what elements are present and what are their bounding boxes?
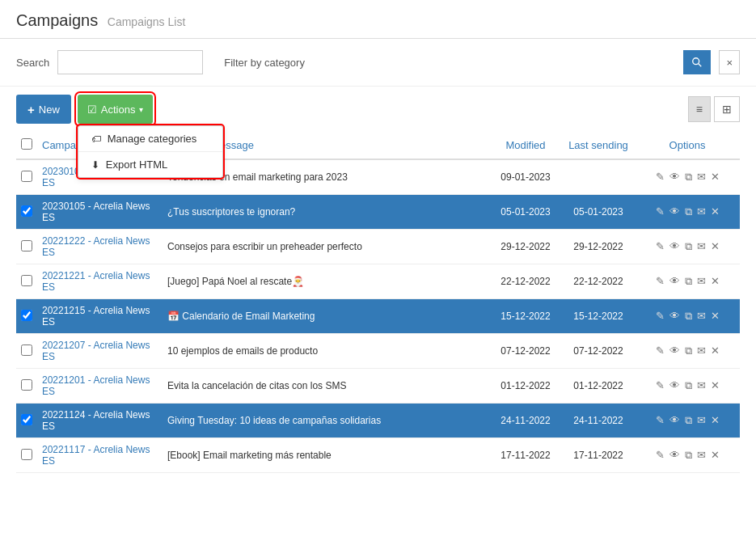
actions-dropdown-wrapper: ☑ Actions ▾ Manage categories Export HTM… bbox=[78, 95, 154, 124]
row-checkbox-cell bbox=[16, 369, 37, 404]
delete-button[interactable]: ✕ bbox=[708, 170, 722, 184]
campaign-link[interactable]: 20221201 - Acrelia News ES bbox=[42, 374, 150, 397]
select-all-checkbox[interactable] bbox=[21, 138, 32, 150]
copy-button[interactable]: ⧉ bbox=[682, 344, 695, 358]
campaign-link[interactable]: 20230105 - Acrelia News ES bbox=[42, 201, 150, 223]
delete-button[interactable]: ✕ bbox=[708, 344, 722, 357]
list-view-button[interactable]: ≡ bbox=[688, 96, 711, 122]
preview-button[interactable]: 👁 bbox=[667, 274, 682, 288]
preview-button[interactable]: 👁 bbox=[667, 170, 682, 184]
send-button[interactable]: ✉ bbox=[695, 344, 708, 357]
grid-view-button[interactable]: ⊞ bbox=[714, 96, 740, 122]
send-button[interactable]: ✉ bbox=[695, 413, 708, 427]
copy-button[interactable]: ⧉ bbox=[682, 274, 695, 289]
row-checkbox-cell bbox=[16, 195, 37, 230]
delete-button[interactable]: ✕ bbox=[708, 309, 722, 323]
send-button[interactable]: ✉ bbox=[695, 205, 708, 218]
edit-button[interactable]: ✎ bbox=[653, 239, 667, 253]
copy-button[interactable]: ⧉ bbox=[682, 205, 695, 219]
subject-cell: [Ebook] Email marketing más rentable bbox=[163, 438, 489, 473]
options-cell: ✎👁⧉✉✕ bbox=[635, 264, 740, 299]
campaigns-table-container: Campaign Subject / Message Modified Last… bbox=[0, 132, 756, 489]
copy-button[interactable]: ⧉ bbox=[682, 239, 695, 254]
edit-button[interactable]: ✎ bbox=[653, 309, 667, 323]
clear-search-button[interactable]: × bbox=[719, 50, 740, 74]
search-bar: Search Filter by category × bbox=[0, 39, 756, 87]
edit-button[interactable]: ✎ bbox=[653, 274, 667, 288]
row-checkbox[interactable] bbox=[21, 379, 32, 391]
search-button[interactable] bbox=[683, 50, 711, 74]
copy-button[interactable]: ⧉ bbox=[682, 309, 695, 323]
campaign-link[interactable]: 20221117 - Acrelia News ES bbox=[42, 444, 150, 467]
search-icon bbox=[691, 57, 703, 68]
delete-button[interactable]: ✕ bbox=[708, 205, 722, 218]
row-checkbox-cell bbox=[16, 404, 37, 438]
row-checkbox[interactable] bbox=[21, 414, 32, 425]
row-checkbox[interactable] bbox=[21, 240, 32, 251]
campaign-link[interactable]: 20221221 - Acrelia News ES bbox=[42, 270, 150, 293]
col-modified-header: Modified bbox=[489, 132, 562, 159]
edit-button[interactable]: ✎ bbox=[653, 344, 667, 357]
preview-button[interactable]: 👁 bbox=[667, 344, 682, 357]
modified-date-cell: 01-12-2022 bbox=[489, 369, 562, 404]
manage-categories-label: Manage categories bbox=[108, 133, 197, 145]
manage-categories-item[interactable]: Manage categories bbox=[78, 126, 222, 151]
preview-button[interactable]: 👁 bbox=[667, 448, 682, 462]
copy-button[interactable]: ⧉ bbox=[682, 378, 695, 393]
row-checkbox[interactable] bbox=[21, 344, 32, 356]
row-checkbox[interactable] bbox=[21, 171, 32, 182]
copy-button[interactable]: ⧉ bbox=[682, 448, 695, 463]
search-input[interactable] bbox=[57, 50, 203, 74]
row-checkbox[interactable] bbox=[21, 205, 32, 217]
send-button[interactable]: ✉ bbox=[695, 448, 708, 462]
page-header: Campaigns Campaigns List bbox=[0, 0, 756, 39]
edit-button[interactable]: ✎ bbox=[653, 378, 667, 392]
send-button[interactable]: ✉ bbox=[695, 239, 708, 253]
actions-button[interactable]: ☑ Actions ▾ bbox=[78, 95, 154, 124]
copy-button[interactable]: ⧉ bbox=[682, 413, 695, 428]
modified-date-cell: 09-01-2023 bbox=[489, 159, 562, 195]
select-all-header bbox=[16, 132, 37, 159]
row-checkbox[interactable] bbox=[21, 310, 32, 321]
delete-button[interactable]: ✕ bbox=[708, 274, 722, 288]
last-sending-cell: 01-12-2022 bbox=[562, 369, 635, 404]
new-button[interactable]: + New bbox=[16, 95, 71, 124]
preview-button[interactable]: 👁 bbox=[667, 413, 682, 427]
edit-button[interactable]: ✎ bbox=[653, 448, 667, 462]
row-checkbox[interactable] bbox=[21, 275, 32, 286]
row-checkbox-cell bbox=[16, 159, 37, 195]
edit-button[interactable]: ✎ bbox=[653, 413, 667, 427]
send-button[interactable]: ✉ bbox=[695, 309, 708, 323]
new-label: New bbox=[39, 104, 60, 116]
last-sending-cell: 05-01-2023 bbox=[562, 195, 635, 230]
preview-button[interactable]: 👁 bbox=[667, 378, 682, 392]
delete-button[interactable]: ✕ bbox=[708, 413, 722, 427]
send-button[interactable]: ✉ bbox=[695, 378, 708, 392]
send-button[interactable]: ✉ bbox=[695, 170, 708, 184]
campaign-link[interactable]: 20221222 - Acrelia News ES bbox=[42, 235, 150, 258]
options-cell: ✎👁⧉✉✕ bbox=[635, 404, 740, 438]
subject-cell: Consejos para escribir un preheader perf… bbox=[163, 230, 489, 264]
edit-button[interactable]: ✎ bbox=[653, 205, 667, 218]
preview-button[interactable]: 👁 bbox=[667, 205, 682, 218]
campaign-link[interactable]: 20221215 - Acrelia News ES bbox=[42, 305, 150, 328]
campaign-link[interactable]: 20221124 - Acrelia News ES bbox=[42, 409, 150, 432]
delete-button[interactable]: ✕ bbox=[708, 448, 722, 462]
delete-button[interactable]: ✕ bbox=[708, 378, 722, 392]
edit-button[interactable]: ✎ bbox=[653, 170, 667, 184]
campaign-link[interactable]: 20221207 - Acrelia News ES bbox=[42, 340, 150, 362]
download-icon bbox=[91, 158, 99, 171]
preview-button[interactable]: 👁 bbox=[667, 309, 682, 323]
send-button[interactable]: ✉ bbox=[695, 274, 708, 288]
copy-button[interactable]: ⧉ bbox=[682, 170, 695, 184]
actions-label: Actions bbox=[101, 104, 136, 116]
list-icon: ≡ bbox=[696, 103, 703, 116]
campaign-name-cell: 20221117 - Acrelia News ES bbox=[37, 438, 163, 473]
options-cell: ✎👁⧉✉✕ bbox=[635, 230, 740, 264]
campaign-name-cell: 20230105 - Acrelia News ES bbox=[37, 195, 163, 230]
delete-button[interactable]: ✕ bbox=[708, 239, 722, 253]
table-row: 20221215 - Acrelia News ES📅 Calendario d… bbox=[16, 299, 740, 334]
export-html-item[interactable]: Export HTML bbox=[78, 152, 222, 177]
preview-button[interactable]: 👁 bbox=[667, 239, 682, 253]
row-checkbox[interactable] bbox=[21, 449, 32, 460]
